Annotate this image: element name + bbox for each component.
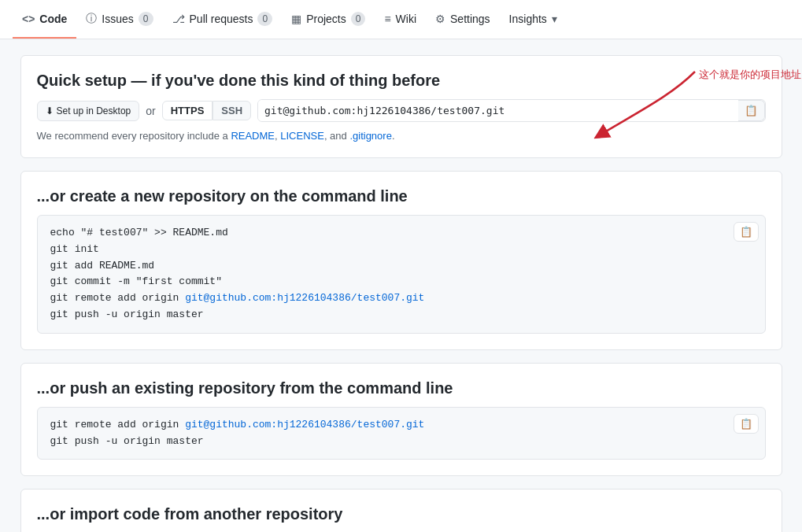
code-icon: <>	[22, 13, 35, 25]
copy-new-repo-button[interactable]: 📋	[734, 222, 759, 242]
nav-label-settings: Settings	[450, 13, 490, 25]
nav-label-insights: Insights	[509, 13, 547, 25]
nav-item-code[interactable]: <> Code	[13, 0, 76, 39]
nav-label-wiki: Wiki	[396, 13, 416, 25]
new-repo-title: ...or create a new repository on the com…	[37, 187, 766, 205]
code-line-6: git push -u origin master	[50, 307, 752, 323]
code-line-2: git init	[50, 242, 752, 258]
clipboard-icon-2: 📋	[740, 226, 752, 238]
issues-badge: 0	[139, 12, 153, 26]
nav-label-pull-requests: Pull requests	[190, 13, 253, 25]
code-line-4: git commit -m "first commit"	[50, 274, 752, 290]
nav-item-wiki[interactable]: ≡ Wiki	[375, 0, 426, 39]
code-line-1: echo "# test007" >> README.md	[50, 225, 752, 242]
code-line-5: git remote add origin git@github.com:hj1…	[50, 290, 752, 307]
pull-requests-badge: 0	[257, 12, 272, 26]
clipboard-icon: 📋	[745, 105, 758, 116]
push-code-line-1: git remote add origin git@github.com:hj1…	[50, 417, 752, 434]
quick-setup-title: Quick setup — if you've done this kind o…	[37, 72, 766, 90]
nav-bar: <> Code ⓘ Issues 0 ⎇ Pull requests 0 ▦ P…	[0, 0, 802, 39]
nav-label-code: Code	[39, 13, 67, 25]
new-repo-code-block: 📋 echo "# test007" >> README.md git init…	[37, 215, 766, 334]
license-link[interactable]: LICENSE	[280, 130, 324, 142]
nav-item-projects[interactable]: ▦ Projects 0	[282, 0, 375, 39]
code-url-1: git@github.com:hj1226104386/test007.git	[185, 292, 424, 304]
https-button[interactable]: HTTPS	[162, 101, 213, 120]
quick-setup-section: Quick setup — if you've done this kind o…	[20, 55, 782, 158]
nav-item-pull-requests[interactable]: ⎇ Pull requests 0	[163, 0, 283, 39]
gitignore-link[interactable]: .gitignore	[349, 130, 391, 142]
push-existing-code-block: 📋 git remote add origin git@github.com:h…	[37, 407, 766, 460]
recommend-text: We recommend every repository include a …	[37, 130, 766, 142]
import-title: ...or import code from another repositor…	[37, 505, 766, 523]
code-line-3: git add README.md	[50, 258, 752, 275]
readme-link[interactable]: README	[231, 130, 275, 142]
copy-push-existing-button[interactable]: 📋	[734, 414, 759, 434]
repo-url-input[interactable]	[258, 100, 737, 121]
import-section: ...or import code from another repositor…	[20, 489, 782, 532]
nav-item-insights[interactable]: Insights ▾	[500, 0, 567, 39]
projects-badge: 0	[351, 12, 366, 26]
setup-desktop-button[interactable]: ⬇ Set up in Desktop	[37, 101, 140, 121]
push-code-line-2: git push -u origin master	[50, 434, 752, 450]
push-existing-section: ...or push an existing repository from t…	[20, 363, 782, 477]
pull-requests-icon: ⎇	[172, 13, 185, 25]
nav-item-settings[interactable]: ⚙ Settings	[426, 0, 500, 39]
or-text: or	[146, 105, 155, 117]
chevron-down-icon: ▾	[552, 13, 557, 25]
quick-setup-row: ⬇ Set up in Desktop or HTTPS SSH 📋	[37, 99, 766, 122]
projects-icon: ▦	[291, 13, 301, 25]
setup-desktop-label: Set up in Desktop	[57, 105, 131, 116]
copy-url-button[interactable]: 📋	[738, 100, 765, 121]
desktop-icon: ⬇	[46, 105, 54, 116]
nav-label-projects: Projects	[306, 13, 346, 25]
main-content: Quick setup — if you've done this kind o…	[8, 55, 795, 532]
protocol-group: HTTPS SSH	[162, 101, 251, 120]
ssh-button[interactable]: SSH	[213, 101, 251, 120]
wiki-icon: ≡	[384, 13, 390, 25]
url-wrapper: 📋	[257, 99, 765, 122]
push-existing-title: ...or push an existing repository from t…	[37, 379, 766, 397]
nav-item-issues[interactable]: ⓘ Issues 0	[76, 0, 162, 39]
issues-icon: ⓘ	[86, 12, 97, 26]
nav-label-issues: Issues	[102, 13, 133, 25]
new-repo-section: ...or create a new repository on the com…	[20, 171, 782, 350]
clipboard-icon-3: 📋	[740, 418, 752, 430]
code-url-2: git@github.com:hj1226104386/test007.git	[185, 419, 424, 430]
settings-icon: ⚙	[435, 13, 445, 25]
